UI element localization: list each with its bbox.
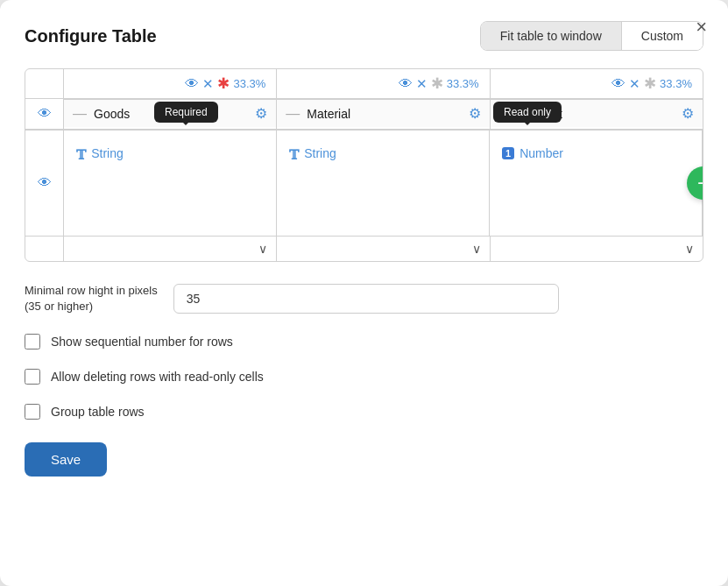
col-name-row-1: — Material ⚙ — [277, 99, 489, 127]
configure-table-modal: Configure Table Fit table to window Cust… — [0, 0, 728, 586]
del-readonly-checkbox[interactable] — [25, 369, 40, 385]
col-gear-btn-1[interactable]: ⚙ — [469, 105, 481, 122]
col-pct-0: 33.3% — [233, 77, 265, 90]
col-ctrl-2: 👁 ✕ ✱ 33.3% — [491, 69, 703, 98]
seq-num-checkbox[interactable] — [25, 334, 40, 349]
col-asterisk-2[interactable]: ✱ — [644, 74, 656, 93]
col-headers-row: 👁 ✕ ✱ 33.3% 👁 ✕ ✱ 33.3% — [25, 69, 703, 99]
checkbox-row-1: Allow deleting rows with read-only cells — [25, 369, 703, 385]
col-type-label-0: String — [91, 146, 124, 160]
required-tooltip: Required — [154, 102, 218, 123]
save-button[interactable]: Save — [25, 442, 107, 477]
read-only-tooltip: Read only — [493, 102, 562, 123]
left-eye-header — [25, 69, 64, 98]
col-close-2[interactable]: ✕ — [629, 76, 640, 92]
col-pct-2: 33.3% — [660, 77, 692, 90]
col-pct-1: 33.3% — [447, 77, 479, 90]
left-eye-names: 👁 — [25, 99, 64, 129]
group-rows-checkbox[interactable] — [25, 404, 40, 420]
col-dropdown-row: ∨ ∨ ∨ — [25, 236, 703, 261]
col-data-cell-0: 𝕋 String — [64, 131, 277, 236]
type-icon-1: 𝕋 — [289, 147, 299, 163]
group-rows-label: Group table rows — [51, 405, 145, 419]
all-col-eye[interactable]: 👁 — [38, 106, 52, 122]
col-headers-inner: 👁 ✕ ✱ 33.3% 👁 ✕ ✱ 33.3% — [64, 69, 703, 98]
col-asterisk-1[interactable]: ✱ — [431, 74, 443, 93]
row-height-input[interactable] — [173, 284, 559, 314]
col-ctrl-icons-0: 👁 ✕ ✱ 33.3% — [64, 69, 276, 98]
checkbox-row-0: Show sequential number for rows — [25, 334, 703, 349]
close-button[interactable]: × — [696, 18, 707, 37]
dropdown-cell-0: ∨ — [64, 237, 277, 261]
del-readonly-label: Allow deleting rows with read-only cells — [51, 370, 264, 384]
col-close-1[interactable]: ✕ — [416, 76, 428, 92]
col-type-label-2: Number — [519, 146, 563, 160]
type-icon-0: 𝕋 — [76, 147, 86, 163]
seq-num-label: Show sequential number for rows — [51, 335, 233, 349]
tab-fit-table[interactable]: Fit table to window — [481, 22, 622, 50]
dropdown-arrow-2[interactable]: ∨ — [685, 242, 694, 256]
col-asterisk-0[interactable]: ✱ — [217, 74, 230, 93]
col-gear-btn-0[interactable]: ⚙ — [255, 105, 267, 122]
col-gear-btn-2[interactable]: ⚙ — [682, 105, 694, 122]
col-dash-0: — — [73, 106, 87, 122]
col-eye-1[interactable]: 👁 — [399, 76, 413, 92]
col-name-1: Material — [307, 107, 468, 121]
checkbox-row-2: Group table rows — [25, 404, 703, 420]
col-ctrl-0: 👁 ✕ ✱ 33.3% — [64, 69, 277, 98]
tab-custom[interactable]: Custom — [622, 22, 703, 50]
tab-group: Fit table to window Custom — [480, 21, 703, 51]
col-ctrl-1: 👁 ✕ ✱ 33.3% — [277, 69, 490, 98]
left-eye-data: 👁 — [25, 131, 64, 236]
col-dash-1: — — [286, 106, 300, 122]
col-data-cell-2: 1 Number — [490, 131, 703, 236]
col-name-cell-1: — Material ⚙ — [277, 99, 490, 129]
row-height-section: Minimal row hight in pixels (35 or highe… — [25, 283, 703, 314]
col-close-0[interactable]: ✕ — [202, 76, 214, 92]
table-config: 👁 ✕ ✱ 33.3% 👁 ✕ ✱ 33.3% — [25, 68, 703, 262]
col-eye-0[interactable]: 👁 — [185, 76, 199, 92]
dropdown-arrow-1[interactable]: ∨ — [472, 242, 481, 256]
col-data-cell-1: 𝕋 String — [277, 131, 490, 236]
col-type-label-1: String — [304, 146, 336, 160]
dropdown-cell-2: ∨ — [491, 237, 703, 261]
modal-header: Configure Table Fit table to window Cust… — [25, 21, 703, 51]
col-eye-2[interactable]: 👁 — [611, 76, 626, 92]
col-names-row: 👁 — Goods ⚙ — Material ⚙ — [25, 99, 703, 130]
row-height-label: Minimal row hight in pixels (35 or highe… — [25, 283, 158, 314]
type-icon-2: 1 — [502, 147, 514, 159]
dropdown-arrow-0[interactable]: ∨ — [258, 242, 267, 256]
left-eye-dropdown — [25, 237, 64, 261]
all-row-eye[interactable]: 👁 — [38, 175, 52, 191]
col-ctrl-icons-1: 👁 ✕ ✱ 33.3% — [277, 69, 489, 98]
dropdown-cell-1: ∨ — [277, 237, 490, 261]
col-ctrl-icons-2: 👁 ✕ ✱ 33.3% — [491, 69, 703, 98]
col-data-row: 👁 𝕋 String 𝕋 String 1 Number + — [25, 130, 703, 236]
modal-title: Configure Table — [25, 26, 157, 46]
